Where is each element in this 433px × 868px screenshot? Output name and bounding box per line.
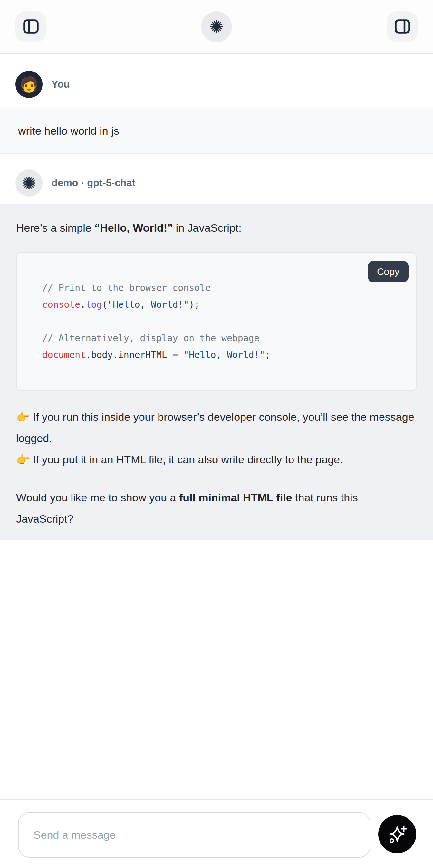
assistant-sender-row: demo · gpt-5-chat	[0, 169, 433, 196]
panel-right-icon	[394, 18, 411, 36]
assistant-message: Here’s a simple “Hello, World!” in JavaS…	[0, 204, 433, 540]
sidebar-toggle-button[interactable]	[16, 11, 46, 42]
send-button[interactable]	[378, 815, 416, 853]
intro-text: Here’s a simple	[16, 222, 94, 234]
code-line-blank	[42, 313, 403, 330]
code-line: // Alternatively, display on the webpage	[42, 330, 403, 347]
intro-bold: “Hello, World!”	[94, 222, 173, 234]
chat-scroll-area[interactable]: 🧑 You write hello world in js	[0, 71, 433, 540]
user-sender-label: You	[52, 79, 70, 90]
question-text: Would you like me to show you a	[16, 491, 179, 504]
copy-button[interactable]: Copy	[368, 261, 408, 282]
user-avatar: 🧑	[16, 71, 42, 98]
assistant-intro: Here’s a simple “Hello, World!” in JavaS…	[16, 217, 417, 239]
right-panel-toggle-button[interactable]	[387, 11, 417, 42]
code-line: console.log("Hello, World!");	[42, 297, 403, 313]
message-input[interactable]	[18, 812, 371, 858]
note-line: 👉 If you put it in an HTML file, it can …	[16, 449, 417, 470]
person-emoji: 🧑	[20, 77, 38, 92]
code-block: Copy // Print to the browser console con…	[16, 252, 417, 391]
user-sender-row: 🧑 You	[0, 71, 433, 98]
starburst-icon	[209, 19, 224, 34]
composer-bar	[0, 799, 433, 868]
code-line: // Print to the browser console	[42, 280, 403, 297]
model-logo-button[interactable]	[201, 11, 232, 42]
user-message: write hello world in js	[0, 107, 433, 154]
code-line: document.body.innerHTML = "Hello, World!…	[42, 347, 403, 364]
question-bold: full minimal HTML file	[179, 491, 292, 504]
top-bar	[0, 0, 433, 54]
starburst-icon	[22, 176, 36, 190]
note-line: 👉 If you run this inside your browser’s …	[16, 406, 417, 449]
assistant-question: Would you like me to show you a full min…	[16, 487, 417, 529]
assistant-sender-label: demo · gpt-5-chat	[52, 177, 135, 189]
panel-left-icon	[23, 18, 39, 36]
sparkle-plus-icon	[387, 824, 407, 845]
intro-text: in JavaScript:	[173, 222, 242, 234]
assistant-avatar	[16, 169, 42, 196]
user-message-text: write hello world in js	[18, 125, 119, 137]
assistant-notes: 👉 If you run this inside your browser’s …	[16, 406, 417, 470]
